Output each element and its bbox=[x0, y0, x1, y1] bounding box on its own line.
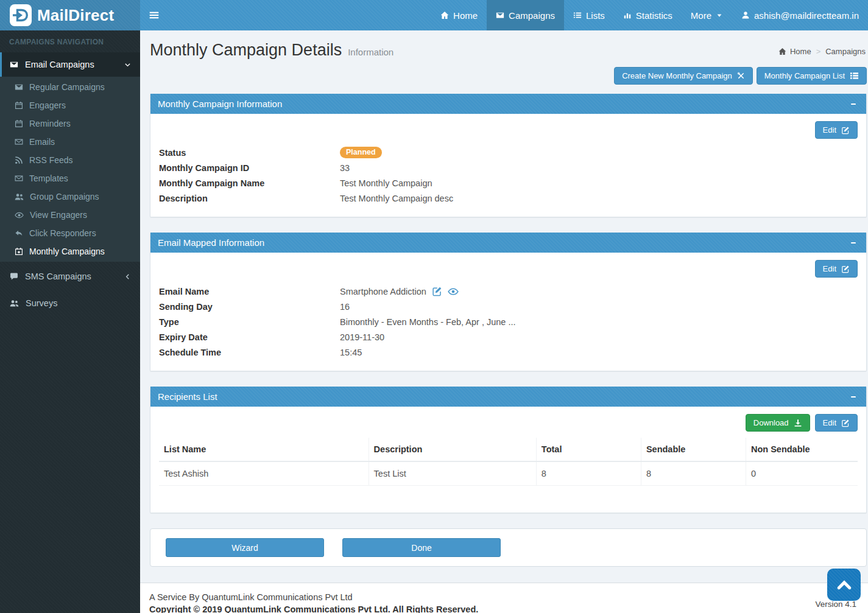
collapse-button[interactable] bbox=[848, 99, 859, 110]
list-icon bbox=[850, 71, 859, 80]
breadcrumb-home-label: Home bbox=[790, 47, 811, 56]
table-header-row: List Name Description Total Sendable Non… bbox=[159, 438, 858, 461]
panel-title: Recipients List bbox=[158, 391, 217, 402]
email-campaigns-submenu: Regular Campaigns Engagers Reminders Ema… bbox=[0, 77, 140, 262]
download-icon bbox=[794, 419, 802, 427]
minus-icon bbox=[849, 393, 858, 401]
edit-email-mapped-button[interactable]: Edit bbox=[815, 260, 858, 278]
brand-name: MailDirect bbox=[37, 6, 114, 25]
field-label: Description bbox=[159, 194, 340, 203]
breadcrumb: Home > Campaigns bbox=[778, 41, 867, 56]
download-label: Download bbox=[753, 418, 789, 427]
column-header: Non Sendable bbox=[746, 438, 858, 461]
breadcrumb-separator: > bbox=[816, 47, 821, 56]
nav-home-label: Home bbox=[453, 10, 478, 21]
reply-icon bbox=[15, 229, 23, 237]
recipients-panel: Recipients List Download Edit bbox=[150, 387, 867, 513]
sidebar-item-label: Engagers bbox=[29, 100, 66, 110]
field-label: Schedule Time bbox=[159, 348, 340, 357]
minus-icon bbox=[849, 100, 858, 108]
pencil-square-icon bbox=[841, 265, 850, 273]
sidebar-item-click-responders[interactable]: Click Responders bbox=[0, 224, 140, 242]
envelope-icon bbox=[10, 60, 18, 69]
sidebar-item-regular-campaigns[interactable]: Regular Campaigns bbox=[0, 78, 140, 96]
nav-user-email: ashish@maildirectteam.in bbox=[754, 10, 859, 21]
brand-logo[interactable]: MailDirect bbox=[0, 0, 140, 30]
pencil-square-icon bbox=[841, 419, 850, 427]
sidebar-item-label: Monthly Campaigns bbox=[29, 247, 105, 256]
chevron-left-icon bbox=[124, 273, 132, 281]
calendar-icon bbox=[15, 119, 23, 128]
sidebar-item-label: RSS Feeds bbox=[29, 155, 73, 165]
nav-more-dropdown[interactable]: More bbox=[682, 0, 732, 30]
sidebar-item-rss-feeds[interactable]: RSS Feeds bbox=[0, 151, 140, 169]
field-value: 33 bbox=[340, 163, 350, 173]
home-icon bbox=[778, 47, 786, 55]
field-label: Monthly Campaign Name bbox=[159, 178, 340, 188]
nav-campaigns[interactable]: Campaigns bbox=[487, 0, 564, 30]
chevron-down-icon bbox=[124, 61, 132, 69]
scroll-to-top-button[interactable] bbox=[827, 569, 861, 601]
cell-non-sendable: 0 bbox=[746, 461, 858, 486]
sidebar-item-email-campaigns[interactable]: Email Campaigns bbox=[0, 52, 140, 77]
panel-title: Monthly Campaign Information bbox=[158, 99, 282, 109]
sidebar-toggle-button[interactable] bbox=[140, 0, 168, 30]
preview-email-icon-button[interactable] bbox=[448, 286, 459, 297]
sidebar-item-emails[interactable]: Emails bbox=[0, 133, 140, 151]
pencil-square-icon bbox=[432, 286, 442, 296]
sidebar-item-sms-campaigns[interactable]: SMS Campaigns bbox=[0, 264, 140, 289]
nav-statistics[interactable]: Statistics bbox=[614, 0, 682, 30]
column-header: Description bbox=[369, 438, 536, 461]
footer-service-text: A Service By QuantumLink Communications … bbox=[149, 591, 478, 603]
field-label: Expiry Date bbox=[159, 332, 340, 342]
nav-lists-label: Lists bbox=[586, 10, 605, 21]
nav-campaigns-label: Campaigns bbox=[509, 10, 555, 21]
sidebar-item-engagers[interactable]: Engagers bbox=[0, 96, 140, 114]
sidebar-item-reminders[interactable]: Reminders bbox=[0, 114, 140, 133]
recipients-table: List Name Description Total Sendable Non… bbox=[159, 438, 858, 486]
sidebar-item-view-engagers[interactable]: View Engagers bbox=[0, 206, 140, 224]
status-badge: Planned bbox=[340, 147, 382, 158]
page-title-text: Monthly Campaign Details bbox=[150, 41, 342, 60]
create-new-monthly-campaign-button[interactable]: Create New Monthly Campaign bbox=[614, 67, 753, 85]
nav-home[interactable]: Home bbox=[431, 0, 487, 30]
wizard-button[interactable]: Wizard bbox=[166, 538, 324, 557]
edit-campaign-info-button[interactable]: Edit bbox=[815, 121, 858, 139]
bottom-actions-panel: Wizard Done bbox=[150, 528, 867, 567]
collapse-button[interactable] bbox=[848, 391, 859, 402]
email-mapped-panel: Email Mapped Information Edit Email Name… bbox=[150, 233, 867, 371]
edit-recipients-button[interactable]: Edit bbox=[815, 414, 858, 432]
breadcrumb-home[interactable]: Home bbox=[778, 47, 811, 56]
nav-user-account[interactable]: ashish@maildirectteam.in bbox=[732, 0, 868, 30]
top-bar: MailDirect Home Campaigns Lists Statisti… bbox=[0, 0, 868, 30]
nav-lists[interactable]: Lists bbox=[564, 0, 614, 30]
monthly-campaign-list-button[interactable]: Monthly Campaign List bbox=[757, 67, 867, 85]
edit-label: Edit bbox=[823, 418, 836, 427]
edit-label: Edit bbox=[823, 264, 836, 273]
cell-total: 8 bbox=[536, 461, 641, 486]
sidebar-item-group-campaigns[interactable]: Group Campaigns bbox=[0, 187, 140, 206]
edit-label: Edit bbox=[823, 125, 836, 135]
maildirect-logo-icon bbox=[10, 4, 32, 26]
sidebar-item-monthly-campaigns[interactable]: Monthly Campaigns bbox=[0, 242, 140, 261]
users-icon bbox=[10, 299, 19, 308]
download-button[interactable]: Download bbox=[746, 414, 810, 432]
sidebar-item-label: Regular Campaigns bbox=[29, 82, 105, 92]
nav-statistics-label: Statistics bbox=[636, 10, 672, 21]
sidebar-item-label: View Engagers bbox=[30, 210, 87, 220]
envelope-icon bbox=[496, 11, 504, 19]
field-value: Test Monthly Campaign desc bbox=[340, 194, 453, 203]
field-label: Type bbox=[159, 317, 340, 327]
breadcrumb-current: Campaigns bbox=[825, 47, 866, 56]
sidebar-item-label: Email Campaigns bbox=[25, 60, 94, 69]
edit-email-icon-button[interactable] bbox=[432, 286, 442, 296]
user-icon bbox=[741, 11, 750, 19]
field-value: 16 bbox=[340, 302, 350, 312]
done-label: Done bbox=[411, 543, 431, 553]
collapse-button[interactable] bbox=[848, 237, 859, 248]
nav-more-label: More bbox=[691, 10, 711, 21]
done-button[interactable]: Done bbox=[342, 538, 501, 557]
sidebar-item-templates[interactable]: Templates bbox=[0, 169, 140, 187]
sidebar-item-surveys[interactable]: Surveys bbox=[0, 291, 140, 315]
minus-icon bbox=[849, 239, 858, 247]
